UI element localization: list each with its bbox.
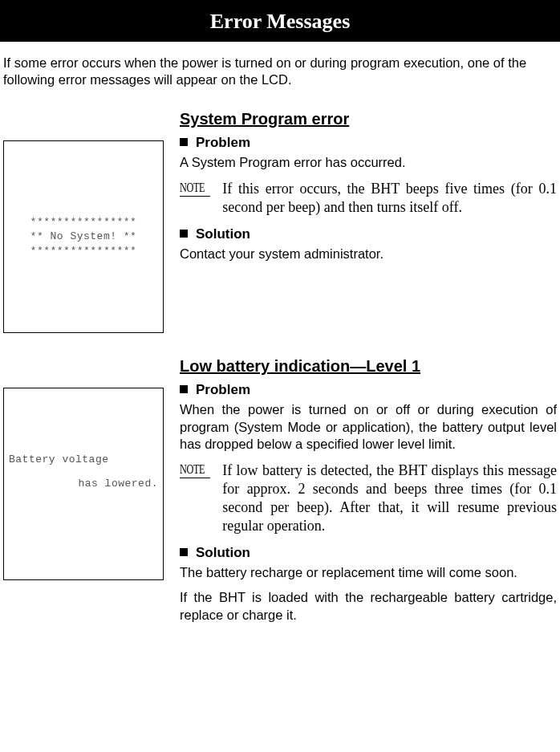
lcd-line: **************** [30, 215, 137, 230]
page-title: Error Messages [210, 10, 351, 33]
note-text: If low battery is detected, the BHT disp… [222, 461, 557, 535]
note-text: If this error occurs, the BHT beeps five… [222, 180, 557, 217]
bullet-icon [180, 138, 188, 146]
lcd-line: has lowered. [9, 477, 166, 491]
bullet-icon [180, 548, 188, 556]
section-content: Low battery indication—Level 1 Problem W… [180, 357, 557, 632]
note-block: NOTE If low battery is detected, the BHT… [180, 461, 557, 535]
solution-heading: Solution [180, 545, 557, 561]
note-label: NOTE [180, 462, 205, 476]
bullet-icon [180, 230, 188, 238]
lcd-screen: Battery voltage has lowered. [3, 388, 164, 580]
problem-text: A System Program error has occurred. [180, 154, 557, 171]
page-header: Error Messages [0, 0, 560, 42]
problem-heading: Problem [180, 135, 557, 151]
lcd-line: **************** [30, 244, 137, 258]
solution-text: If the BHT is loaded with the rechargeab… [180, 589, 557, 624]
solution-label: Solution [196, 226, 250, 242]
lcd-line: ** No System! ** [30, 230, 137, 244]
lcd-screen: **************** ** No System! ** ******… [3, 140, 164, 333]
solution-heading: Solution [180, 226, 557, 242]
solution-text: The battery recharge or replacement time… [180, 564, 557, 581]
error-section: **************** ** No System! ** ******… [0, 110, 560, 333]
lcd-line: Battery voltage [9, 453, 158, 467]
section-content: System Program error Problem A System Pr… [180, 110, 557, 270]
section-title: System Program error [180, 110, 557, 128]
underline-icon [180, 478, 210, 478]
note-label: NOTE [180, 181, 205, 194]
problem-text: When the power is turned on or off or du… [180, 401, 557, 453]
section-title: Low battery indication—Level 1 [180, 357, 557, 376]
problem-label: Problem [196, 135, 250, 150]
bullet-icon [180, 385, 188, 393]
note-icon: NOTE [180, 180, 214, 197]
solution-text: Contact your system administrator. [180, 246, 557, 262]
underline-icon [180, 196, 210, 197]
problem-label: Problem [196, 382, 250, 397]
note-block: NOTE If this error occurs, the BHT beeps… [180, 180, 557, 217]
error-section: Battery voltage has lowered. Low battery… [0, 357, 560, 632]
problem-heading: Problem [180, 382, 557, 398]
solution-label: Solution [196, 545, 250, 560]
note-icon: NOTE [180, 461, 214, 478]
intro-text: If some error occurs when the power is t… [3, 55, 554, 87]
